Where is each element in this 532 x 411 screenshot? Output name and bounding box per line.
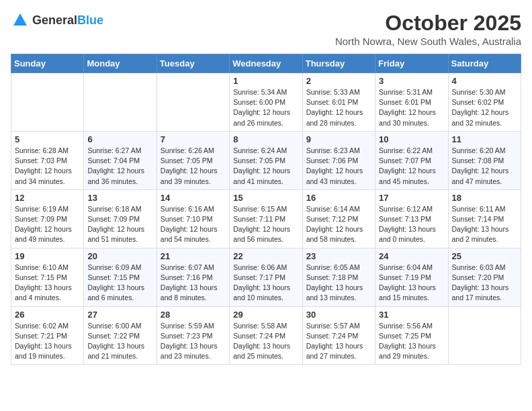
cell-content: Sunrise: 6:07 AM Sunset: 7:16 PM Dayligh… xyxy=(161,263,226,304)
calendar-cell: 12Sunrise: 6:19 AM Sunset: 7:09 PM Dayli… xyxy=(11,189,84,248)
cell-content: Sunrise: 5:30 AM Sunset: 6:02 PM Dayligh… xyxy=(452,87,517,128)
calendar-cell: 18Sunrise: 6:11 AM Sunset: 7:14 PM Dayli… xyxy=(448,189,521,248)
day-header-monday: Monday xyxy=(84,54,157,73)
day-header-wednesday: Wednesday xyxy=(230,54,302,73)
month-title: October 2025 xyxy=(335,11,521,36)
day-header-sunday: Sunday xyxy=(11,54,84,73)
cell-content: Sunrise: 6:15 AM Sunset: 7:11 PM Dayligh… xyxy=(233,204,298,245)
calendar-cell: 22Sunrise: 6:06 AM Sunset: 7:17 PM Dayli… xyxy=(230,248,302,306)
day-number: 30 xyxy=(306,310,371,320)
cell-content: Sunrise: 6:26 AM Sunset: 7:05 PM Dayligh… xyxy=(161,146,226,187)
calendar-cell: 4Sunrise: 5:30 AM Sunset: 6:02 PM Daylig… xyxy=(448,73,521,132)
calendar-cell: 8Sunrise: 6:24 AM Sunset: 7:05 PM Daylig… xyxy=(230,131,302,189)
calendar-cell: 21Sunrise: 6:07 AM Sunset: 7:16 PM Dayli… xyxy=(157,248,229,306)
calendar-cell: 16Sunrise: 6:14 AM Sunset: 7:12 PM Dayli… xyxy=(302,189,375,248)
calendar-cell: 15Sunrise: 6:15 AM Sunset: 7:11 PM Dayli… xyxy=(230,189,302,248)
cell-content: Sunrise: 6:14 AM Sunset: 7:12 PM Dayligh… xyxy=(306,204,371,245)
cell-content: Sunrise: 6:11 AM Sunset: 7:14 PM Dayligh… xyxy=(452,204,517,245)
svg-marker-0 xyxy=(13,13,27,26)
header: GeneralBlue October 2025 North Nowra, Ne… xyxy=(11,11,521,47)
day-number: 22 xyxy=(233,251,298,261)
day-number: 2 xyxy=(306,76,371,86)
day-header-tuesday: Tuesday xyxy=(157,54,229,73)
day-number: 24 xyxy=(379,251,444,261)
cell-content: Sunrise: 6:04 AM Sunset: 7:19 PM Dayligh… xyxy=(379,263,444,304)
day-number: 16 xyxy=(306,193,371,203)
title-area: October 2025 North Nowra, New South Wale… xyxy=(335,11,521,47)
week-row-1: 5Sunrise: 6:28 AM Sunset: 7:03 PM Daylig… xyxy=(11,131,521,189)
calendar-cell: 30Sunrise: 5:57 AM Sunset: 7:24 PM Dayli… xyxy=(302,306,375,365)
calendar-cell: 28Sunrise: 5:59 AM Sunset: 7:23 PM Dayli… xyxy=(157,306,229,365)
day-number: 8 xyxy=(233,134,298,144)
logo: GeneralBlue xyxy=(11,11,103,30)
calendar-cell: 19Sunrise: 6:10 AM Sunset: 7:15 PM Dayli… xyxy=(11,248,84,306)
day-number: 9 xyxy=(306,134,371,144)
logo-blue: Blue xyxy=(77,13,103,27)
day-header-friday: Friday xyxy=(375,54,448,73)
week-row-2: 12Sunrise: 6:19 AM Sunset: 7:09 PM Dayli… xyxy=(11,189,521,248)
day-number: 5 xyxy=(15,134,80,144)
cell-content: Sunrise: 5:57 AM Sunset: 7:24 PM Dayligh… xyxy=(306,321,371,362)
day-number: 18 xyxy=(452,193,517,203)
cell-content: Sunrise: 6:00 AM Sunset: 7:22 PM Dayligh… xyxy=(87,321,152,362)
cell-content: Sunrise: 6:24 AM Sunset: 7:05 PM Dayligh… xyxy=(233,146,298,187)
cell-content: Sunrise: 6:02 AM Sunset: 7:21 PM Dayligh… xyxy=(15,321,80,362)
day-number: 11 xyxy=(452,134,517,144)
calendar-cell: 23Sunrise: 6:05 AM Sunset: 7:18 PM Dayli… xyxy=(302,248,375,306)
cell-content: Sunrise: 5:56 AM Sunset: 7:25 PM Dayligh… xyxy=(379,321,444,362)
day-number: 26 xyxy=(15,310,80,320)
calendar-cell xyxy=(84,73,157,132)
cell-content: Sunrise: 6:19 AM Sunset: 7:09 PM Dayligh… xyxy=(15,204,80,245)
calendar-cell: 27Sunrise: 6:00 AM Sunset: 7:22 PM Dayli… xyxy=(84,306,157,365)
calendar-cell: 6Sunrise: 6:27 AM Sunset: 7:04 PM Daylig… xyxy=(84,131,157,189)
calendar-cell: 7Sunrise: 6:26 AM Sunset: 7:05 PM Daylig… xyxy=(157,131,229,189)
cell-content: Sunrise: 6:22 AM Sunset: 7:07 PM Dayligh… xyxy=(379,146,444,187)
cell-content: Sunrise: 5:59 AM Sunset: 7:23 PM Dayligh… xyxy=(161,321,226,362)
cell-content: Sunrise: 6:18 AM Sunset: 7:09 PM Dayligh… xyxy=(87,204,152,245)
calendar-cell: 20Sunrise: 6:09 AM Sunset: 7:15 PM Dayli… xyxy=(84,248,157,306)
calendar-cell: 9Sunrise: 6:23 AM Sunset: 7:06 PM Daylig… xyxy=(302,131,375,189)
week-row-3: 19Sunrise: 6:10 AM Sunset: 7:15 PM Dayli… xyxy=(11,248,521,306)
cell-content: Sunrise: 6:06 AM Sunset: 7:17 PM Dayligh… xyxy=(233,263,298,304)
day-number: 14 xyxy=(161,193,226,203)
calendar-cell xyxy=(448,306,521,365)
day-number: 17 xyxy=(379,193,444,203)
day-number: 13 xyxy=(87,193,152,203)
day-number: 21 xyxy=(161,251,226,261)
calendar-cell xyxy=(11,73,84,132)
calendar-cell: 25Sunrise: 6:03 AM Sunset: 7:20 PM Dayli… xyxy=(448,248,521,306)
day-number: 3 xyxy=(379,76,444,86)
calendar-cell: 3Sunrise: 5:31 AM Sunset: 6:01 PM Daylig… xyxy=(375,73,448,132)
day-number: 23 xyxy=(306,251,371,261)
day-header-thursday: Thursday xyxy=(302,54,375,73)
cell-content: Sunrise: 6:20 AM Sunset: 7:08 PM Dayligh… xyxy=(452,146,517,187)
cell-content: Sunrise: 5:31 AM Sunset: 6:01 PM Dayligh… xyxy=(379,87,444,128)
cell-content: Sunrise: 5:34 AM Sunset: 6:00 PM Dayligh… xyxy=(233,87,298,128)
day-number: 31 xyxy=(379,310,444,320)
cell-content: Sunrise: 6:09 AM Sunset: 7:15 PM Dayligh… xyxy=(87,263,152,304)
day-number: 27 xyxy=(87,310,152,320)
day-number: 6 xyxy=(87,134,152,144)
day-number: 1 xyxy=(233,76,298,86)
calendar-cell: 11Sunrise: 6:20 AM Sunset: 7:08 PM Dayli… xyxy=(448,131,521,189)
calendar-cell: 5Sunrise: 6:28 AM Sunset: 7:03 PM Daylig… xyxy=(11,131,84,189)
day-number: 10 xyxy=(379,134,444,144)
day-number: 7 xyxy=(161,134,226,144)
cell-content: Sunrise: 5:33 AM Sunset: 6:01 PM Dayligh… xyxy=(306,87,371,128)
calendar-cell: 1Sunrise: 5:34 AM Sunset: 6:00 PM Daylig… xyxy=(230,73,302,132)
calendar-cell: 31Sunrise: 5:56 AM Sunset: 7:25 PM Dayli… xyxy=(375,306,448,365)
day-number: 25 xyxy=(452,251,517,261)
day-header-saturday: Saturday xyxy=(448,54,521,73)
cell-content: Sunrise: 5:58 AM Sunset: 7:24 PM Dayligh… xyxy=(233,321,298,362)
cell-content: Sunrise: 6:10 AM Sunset: 7:15 PM Dayligh… xyxy=(15,263,80,304)
cell-content: Sunrise: 6:16 AM Sunset: 7:10 PM Dayligh… xyxy=(161,204,226,245)
cell-content: Sunrise: 6:28 AM Sunset: 7:03 PM Dayligh… xyxy=(15,146,80,187)
day-number: 4 xyxy=(452,76,517,86)
calendar-cell: 29Sunrise: 5:58 AM Sunset: 7:24 PM Dayli… xyxy=(230,306,302,365)
logo-icon xyxy=(11,11,30,30)
calendar-cell: 24Sunrise: 6:04 AM Sunset: 7:19 PM Dayli… xyxy=(375,248,448,306)
day-number: 20 xyxy=(87,251,152,261)
calendar-cell: 2Sunrise: 5:33 AM Sunset: 6:01 PM Daylig… xyxy=(302,73,375,132)
logo-general: General xyxy=(32,13,77,27)
week-row-4: 26Sunrise: 6:02 AM Sunset: 7:21 PM Dayli… xyxy=(11,306,521,365)
